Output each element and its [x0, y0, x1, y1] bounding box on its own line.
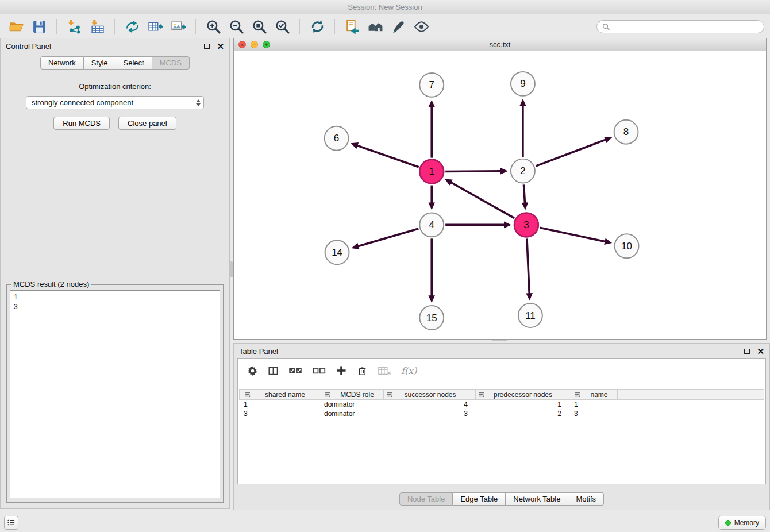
gear-icon[interactable] [247, 365, 258, 376]
column-header-name[interactable]: name [569, 390, 618, 399]
graph-edge-1-6[interactable] [356, 145, 418, 167]
maximize-window-icon[interactable]: + [263, 41, 270, 48]
network-canvas[interactable]: 7968124314101511 [234, 52, 766, 339]
table-row[interactable]: 3 dominator 3 2 3 [239, 409, 764, 418]
cell-mcds-role: dominator [319, 410, 384, 418]
close-window-icon[interactable]: × [238, 41, 246, 48]
column-header-predecessor-nodes[interactable]: predecessor nodes [476, 390, 569, 399]
zoom-in-button[interactable] [203, 17, 224, 36]
zoom-fit-icon [252, 19, 267, 34]
task-history-button[interactable] [4, 516, 18, 530]
tab-style[interactable]: Style [84, 56, 116, 70]
close-panel-button[interactable]: Close panel [118, 117, 176, 130]
sort-icon [386, 391, 393, 398]
zoom-in-icon [206, 19, 221, 34]
delete-row-trash-icon[interactable] [357, 365, 368, 376]
graph-edge-2-3[interactable] [523, 184, 525, 204]
memory-status-icon [725, 520, 731, 526]
tab-motifs[interactable]: Motifs [568, 492, 604, 506]
tab-select[interactable]: Select [116, 56, 152, 70]
column-header-mcds-role[interactable]: MCDS role [319, 390, 384, 399]
search-input[interactable] [613, 22, 759, 30]
show-hide-details-button[interactable] [411, 17, 432, 36]
graph-edge-3-1[interactable] [450, 182, 515, 218]
graph-edge-arrowhead [428, 202, 435, 210]
column-header-shared-name[interactable]: shared name [239, 390, 319, 399]
table-panel-header: Table Panel ✕ [234, 344, 769, 358]
control-panel-header: Control Panel ✕ [1, 38, 229, 53]
duplicate-document-icon [345, 19, 360, 34]
cell-predecessor-nodes: 1 [476, 400, 569, 408]
table-row[interactable]: 1 dominator 4 1 1 [239, 400, 764, 409]
annotation-button[interactable] [388, 17, 409, 36]
zoom-selected-button[interactable] [272, 17, 292, 36]
sort-icon [244, 391, 251, 398]
column-header-successor-nodes[interactable]: successor nodes [384, 390, 476, 399]
run-mcds-button[interactable]: Run MCDS [53, 117, 110, 130]
select-all-icon[interactable] [288, 367, 302, 375]
cell-mcds-role: dominator [319, 400, 384, 408]
first-neighbors-button[interactable] [365, 17, 386, 36]
close-table-panel-icon[interactable]: ✕ [757, 347, 764, 356]
memory-button[interactable]: Memory [718, 516, 766, 530]
columns-icon[interactable] [268, 365, 279, 376]
tab-network-table[interactable]: Network Table [506, 492, 568, 506]
table-panel-tabbar: Node Table Edge Table Network Table Moti… [234, 492, 769, 506]
search-field[interactable] [596, 20, 764, 33]
mcds-result-list[interactable]: 1 3 [10, 290, 220, 498]
export-image-icon [171, 19, 186, 34]
graph-edge-2-8[interactable] [536, 139, 607, 166]
import-table-button[interactable] [87, 17, 107, 36]
export-table-button[interactable] [145, 17, 165, 36]
float-panel-icon[interactable] [204, 44, 210, 49]
graph-node-label: 8 [623, 126, 629, 137]
optimization-criterion-dropdown[interactable]: strongly connected component [26, 96, 204, 109]
graph-edge-arrowhead [604, 137, 612, 143]
close-panel-icon[interactable]: ✕ [217, 42, 224, 51]
duplicate-document-button[interactable] [342, 17, 363, 36]
window-titlebar[interactable]: Session: New Session [0, 0, 770, 14]
open-file-button[interactable] [6, 17, 26, 36]
vertical-splitter-handle[interactable] [230, 261, 233, 277]
window-title: Session: New Session [348, 3, 422, 11]
tab-node-table[interactable]: Node Table [399, 492, 453, 506]
graph-edge-arrowhead [604, 238, 612, 245]
main-toolbar [0, 15, 770, 38]
graph-edge-1-2[interactable] [445, 171, 502, 172]
export-table-icon [148, 19, 163, 34]
graph-node-label: 14 [332, 247, 342, 258]
network-window-titlebar[interactable]: × − + scc.txt [234, 38, 766, 51]
minimize-window-icon[interactable]: − [251, 41, 258, 48]
network-graph[interactable]: 7968124314101511 [234, 52, 766, 339]
tab-mcds[interactable]: MCDS [152, 56, 190, 70]
graph-node-label: 11 [525, 310, 536, 321]
dropdown-stepper-icon [196, 97, 201, 109]
export-image-button[interactable] [168, 17, 188, 36]
deselect-all-icon[interactable] [312, 367, 326, 375]
graph-edge-arrowhead [500, 168, 508, 175]
graph-edge-3-10[interactable] [540, 228, 606, 242]
add-row-icon[interactable] [336, 365, 347, 376]
sync-network-button[interactable] [122, 17, 143, 36]
graph-edge-arrowhead [504, 222, 511, 229]
graph-edge-arrowhead [351, 142, 359, 149]
tab-edge-table[interactable]: Edge Table [453, 492, 506, 506]
table-panel: Table Panel ✕ f(x) shared name MCDS role… [233, 343, 770, 510]
save-session-button[interactable] [29, 17, 49, 36]
control-panel-tabbar: Network Style Select MCDS [1, 56, 229, 70]
graph-edge-4-14[interactable] [357, 229, 418, 246]
graph-node-label: 3 [523, 219, 529, 230]
sort-icon [478, 391, 485, 398]
graph-edge-3-11[interactable] [527, 238, 529, 295]
float-table-panel-icon[interactable] [744, 349, 750, 354]
save-floppy-icon [32, 19, 47, 34]
zoom-fit-button[interactable] [249, 17, 270, 36]
refresh-button[interactable] [307, 17, 328, 36]
tab-network[interactable]: Network [40, 56, 84, 70]
graph-edge-arrowhead [519, 99, 526, 106]
status-bar: Memory [0, 513, 770, 532]
zoom-out-button[interactable] [226, 17, 247, 36]
import-network-button[interactable] [64, 17, 84, 36]
graph-node-label: 7 [429, 79, 434, 90]
node-table: shared name MCDS role successor nodes pr… [239, 389, 764, 418]
